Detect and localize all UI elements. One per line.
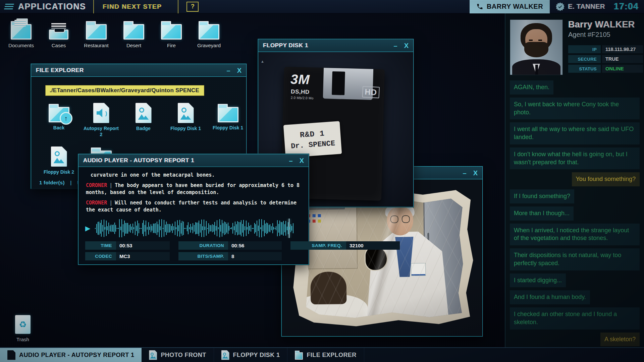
topbar-divider xyxy=(93,0,94,13)
minimize-button[interactable]: – xyxy=(227,67,230,74)
close-button[interactable]: X xyxy=(473,170,478,176)
field-label: IP xyxy=(568,45,601,53)
audio-player-titlebar[interactable]: AUDIO PLAYER - AUTOPSY REPORT 1 –X xyxy=(78,154,309,167)
taskbar-item[interactable]: FILE EXPLORER xyxy=(287,348,364,362)
file-item[interactable]: Floppy Disk 2 xyxy=(40,146,78,175)
call-contact-name: BARRY WALKER xyxy=(487,3,543,10)
minimize-button[interactable]: – xyxy=(463,170,467,176)
transcript-line: curvature in one of the metacarpal bones… xyxy=(86,172,302,179)
scroll-up-icon[interactable]: ▲ xyxy=(261,59,264,63)
portrait-eyes xyxy=(529,40,533,41)
taskbar-item-icon xyxy=(221,350,229,360)
transcript-text: curvature in one of the metacarpal bones… xyxy=(91,172,215,178)
chat-message: I went all the way to where she said the… xyxy=(510,122,640,144)
file-explorer-titlebar[interactable]: FILE EXPLORER –X xyxy=(31,64,246,77)
close-button[interactable]: X xyxy=(404,42,409,49)
taskbar: AUDIO PLAYER - AUTOPSY REPORT 1 PHOTO FR… xyxy=(0,347,644,362)
glasses-icon xyxy=(390,216,398,223)
taskbar-item-label: FILE EXPLORER xyxy=(307,352,356,359)
top-menu-bar: APPLICATIONS FIND NEXT STEP ? BARRY WALK… xyxy=(0,0,644,13)
phone-icon xyxy=(476,3,483,10)
chat-message: So, I went back to where Cony took the p… xyxy=(510,98,640,120)
folder-icon xyxy=(161,24,182,40)
file-icon xyxy=(218,107,238,122)
chat-message: I started digging... xyxy=(510,274,566,288)
time-value: 00:53 xyxy=(116,241,170,250)
speaker-name: CORONER xyxy=(86,200,107,206)
contact-agent-id: Agent #F2105 xyxy=(568,31,643,39)
folder-count: 1 folder(s) xyxy=(39,180,65,185)
folder-icon xyxy=(123,24,144,40)
clock: 17:04 xyxy=(614,1,639,12)
desktop-icon[interactable]: Cases xyxy=(42,20,75,48)
chat-message: And I found a human body. xyxy=(510,290,590,304)
desktop-icon[interactable]: Restaurant xyxy=(80,20,113,48)
menu-icon[interactable] xyxy=(4,4,14,9)
taskbar-item[interactable]: PHOTO FRONT xyxy=(142,348,214,362)
contact-field-row: STATUS ONLINE xyxy=(568,65,643,73)
field-label: STATUS xyxy=(568,65,601,73)
path-bar: ./ETanner/Cases/BWalker/Graveyard/Quinto… xyxy=(46,85,204,96)
floppy-brand: 3M xyxy=(290,72,310,87)
taskbar-item-icon xyxy=(149,350,157,360)
codec-value: MC3 xyxy=(116,252,170,260)
taskbar-item[interactable]: AUDIO PLAYER - AUTOPSY REPORT 1 xyxy=(0,348,142,362)
field-label: SECURE xyxy=(568,55,601,63)
desktop-icon-label: Documents xyxy=(8,43,34,48)
bits-value: 8 xyxy=(228,252,282,260)
floppy-shutter-slot xyxy=(332,71,345,95)
doctor-badge xyxy=(411,263,426,276)
trash[interactable]: ♻ Trash xyxy=(9,315,36,342)
taskbar-item-label: PHOTO FRONT xyxy=(161,352,206,359)
agent-badge-icon xyxy=(556,2,565,11)
contact-portrait xyxy=(510,19,563,75)
speaker-separator xyxy=(86,172,91,178)
desktop-icon[interactable]: Graveyard xyxy=(193,20,225,48)
close-button[interactable]: X xyxy=(300,157,304,164)
topbar-divider xyxy=(178,0,178,13)
desktop-icon-label: Desert xyxy=(126,43,141,48)
close-button[interactable]: X xyxy=(237,67,241,74)
contact-info: Barry WALKER Agent #F2105 IP 118.111.98.… xyxy=(568,19,643,75)
find-next-step-button[interactable]: FIND NEXT STEP xyxy=(103,3,162,10)
transcript-line: CORONER|Will need to conduct further tes… xyxy=(86,199,302,214)
chat-message: A skeleton? xyxy=(600,333,640,347)
file-item[interactable]: Badge xyxy=(124,103,162,137)
applications-menu[interactable]: APPLICATIONS xyxy=(18,2,86,11)
portrait-beard xyxy=(524,42,548,57)
file-item-label: Autopsy Report 2 xyxy=(82,126,120,137)
chat-message: You found something? xyxy=(572,172,640,186)
floppy-label-sticker: R&D 1 Dr. SPENCE xyxy=(283,121,342,158)
file-item-label: Badge xyxy=(136,126,151,132)
contact-header: Barry WALKER Agent #F2105 IP 118.111.98.… xyxy=(510,19,640,75)
minimize-button[interactable]: – xyxy=(394,42,397,49)
sticker-line1: R&D 1 xyxy=(300,129,325,139)
window-title: AUDIO PLAYER - AUTOPSY REPORT 1 xyxy=(83,157,194,164)
waveform[interactable] xyxy=(95,219,301,238)
file-icon xyxy=(51,146,67,167)
file-item[interactable]: Back xyxy=(40,103,78,137)
file-item[interactable]: Floppy Disk 1 xyxy=(167,103,205,137)
file-icon xyxy=(93,103,109,123)
taskbar-item-icon xyxy=(7,350,15,360)
status-separator: | xyxy=(70,180,72,185)
active-call-tab[interactable]: BARRY WALKER xyxy=(470,0,550,13)
desktop-icon-label: Graveyard xyxy=(197,43,221,48)
taskbar-item[interactable]: FLOPPY DISK 1 xyxy=(214,348,288,362)
folder-icon xyxy=(86,24,107,40)
play-button[interactable]: ▶ xyxy=(85,224,90,232)
desktop-icon[interactable]: Fire xyxy=(155,20,188,48)
floppy-disk-titlebar[interactable]: FLOPPY DISK 1 –X xyxy=(258,39,413,52)
minimize-button[interactable]: – xyxy=(289,157,293,164)
window-title: FILE EXPLORER xyxy=(36,67,84,74)
help-button[interactable]: ? xyxy=(186,2,199,12)
speaker-separator: | xyxy=(107,182,115,188)
desktop-icon[interactable]: Desert xyxy=(117,20,150,48)
player-controls: ▶ xyxy=(85,218,301,239)
file-item[interactable]: Floppy Disk 1 xyxy=(209,103,247,137)
file-item[interactable]: Autopsy Report 2 xyxy=(82,103,120,137)
bits-label: BITS/SAMP. xyxy=(178,252,228,260)
floppy-hd-mark: HD xyxy=(362,86,380,99)
folder-icon xyxy=(49,29,68,40)
desktop-icon[interactable]: Documents xyxy=(5,20,38,48)
